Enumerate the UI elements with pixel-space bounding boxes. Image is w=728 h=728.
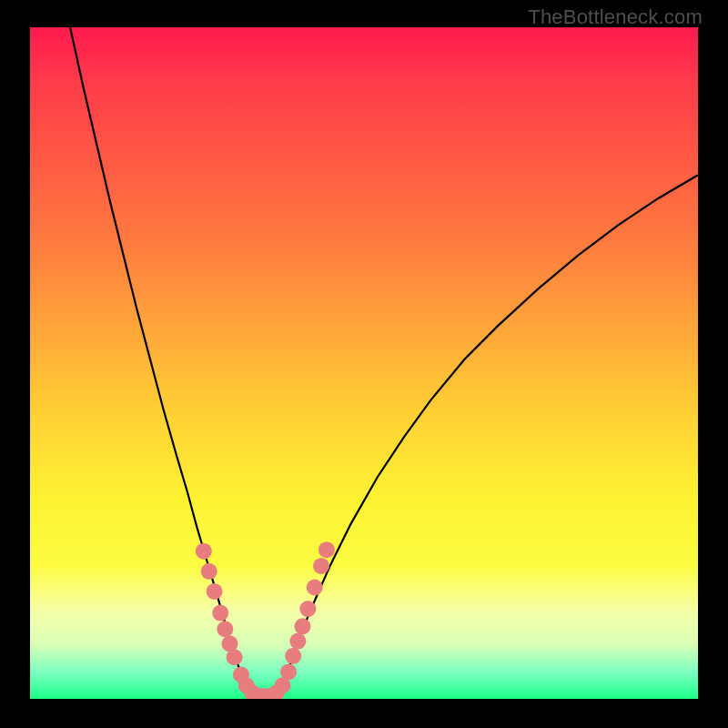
watermark-text: TheBottleneck.com <box>528 5 703 29</box>
gradient-plot-area <box>30 27 698 699</box>
chart-stage: TheBottleneck.com <box>0 0 728 728</box>
